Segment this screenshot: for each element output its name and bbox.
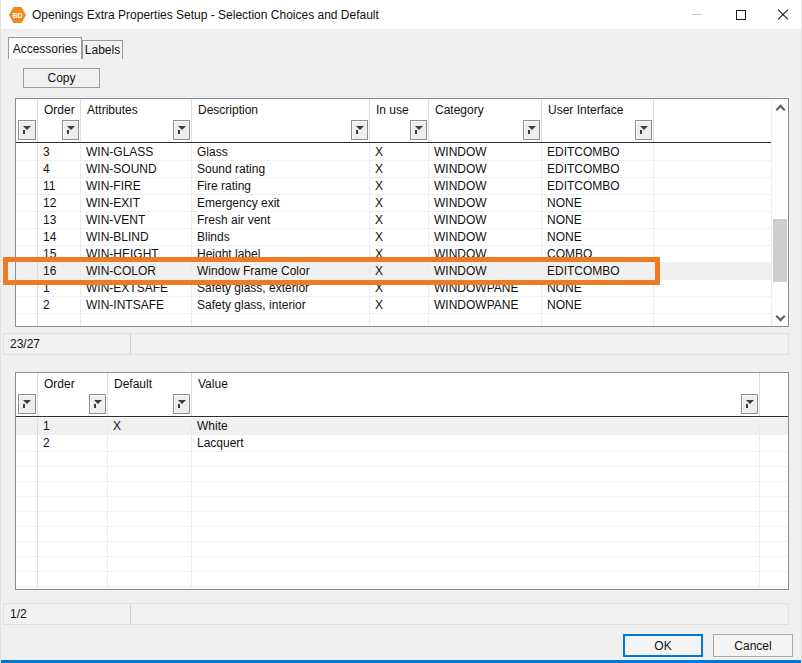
record-count: 1/2 [10, 607, 27, 621]
column-header-order: Order [38, 373, 108, 416]
grid-cell-filler [760, 418, 788, 435]
grid-cell: WINDOW [429, 195, 542, 212]
grid-cell: X [370, 246, 429, 263]
column-header-in-use: In use [370, 99, 429, 142]
grid-row[interactable]: 2WIN-INTSAFESafety glass, interiorXWINDO… [16, 297, 771, 314]
filter-button-description[interactable] [351, 120, 368, 140]
grid-cell-filler [760, 512, 788, 527]
grid-cell: 13 [38, 212, 81, 229]
window-title: Openings Extra Properties Setup - Select… [32, 8, 379, 22]
filter-funnel-icon [356, 126, 364, 134]
grid-cell [38, 557, 108, 572]
filter-funnel-icon [415, 126, 423, 134]
scrollbar-thumb[interactable] [773, 219, 787, 282]
grid-row[interactable]: 13WIN-VENTFresh air ventXWINDOWNONE [16, 212, 771, 229]
grid-cell [16, 246, 38, 263]
filter-button-category[interactable] [523, 120, 540, 140]
chevron-down-icon [775, 312, 785, 322]
filter-funnel-icon [746, 400, 754, 408]
grid-row[interactable]: 4WIN-SOUNDSound ratingXWINDOWEDITCOMBO [16, 161, 771, 178]
grid-cell: 15 [38, 246, 81, 263]
grid-cell: Fire rating [192, 178, 370, 195]
grid-cell: 16 [38, 263, 81, 280]
grid-header: OrderAttributesDescriptionIn useCategory… [16, 99, 771, 143]
grid-cell [38, 452, 108, 467]
grid-row[interactable]: 12WIN-EXITEmergency exitXWINDOWNONE [16, 195, 771, 212]
grid-cell: WINDOW [429, 178, 542, 195]
cancel-button[interactable]: Cancel [713, 634, 793, 657]
grid-row[interactable]: 2Lacquert [16, 435, 788, 452]
grid-cell [542, 314, 654, 326]
copy-button[interactable]: Copy [23, 68, 100, 88]
grid-cell [16, 497, 38, 512]
accessories-grid-status-bar: 23/27 [3, 333, 789, 355]
scroll-up-button[interactable] [772, 99, 788, 116]
grid-cell: WIN-EXTSAFE [81, 280, 192, 297]
filter-button-user-interface[interactable] [635, 120, 652, 140]
filter-button-selector[interactable] [18, 394, 36, 414]
tab-accessories[interactable]: Accessories [8, 37, 82, 59]
grid-cell [81, 314, 192, 326]
grid-cell: X [370, 280, 429, 297]
grid-row[interactable]: 14WIN-BLINDBlindsXWINDOWNONE [16, 229, 771, 246]
grid-row[interactable]: 1XWhite [16, 418, 788, 435]
app-icon-label: BD [12, 12, 22, 19]
tab-labels[interactable]: Labels [82, 40, 123, 59]
values-grid[interactable]: OrderDefaultValue1XWhite2Lacquert [15, 372, 789, 590]
filter-button-default[interactable] [173, 394, 190, 414]
grid-cell-filler [760, 452, 788, 467]
filter-button-order[interactable] [89, 394, 106, 414]
status-divider [130, 334, 131, 354]
filter-button-attributes[interactable] [173, 120, 190, 140]
ok-button[interactable]: OK [623, 634, 703, 657]
column-label: User Interface [548, 103, 623, 117]
grid-cell: WIN-BLIND [81, 229, 192, 246]
grid-cell: WINDOWPANE [429, 280, 542, 297]
close-button[interactable] [767, 0, 799, 29]
grid-cell: EDITCOMBO [542, 161, 654, 178]
filter-button-in-use[interactable] [410, 120, 427, 140]
grid-cell: EDITCOMBO [542, 144, 654, 161]
grid-row[interactable]: 15WIN-HEIGHTHeight labelXWINDOWCOMBO [16, 246, 771, 263]
funnel-stem [94, 404, 96, 408]
column-header-default: Default [108, 373, 192, 416]
dialog-window: BD Openings Extra Properties Setup - Sel… [0, 0, 802, 663]
values-grid-status-bar: 1/2 [3, 603, 789, 625]
grid-cell: Safety glass, exterior [192, 280, 370, 297]
grid-cell-filler [654, 144, 771, 161]
column-header-filler [654, 99, 771, 142]
grid-empty-row [16, 497, 788, 512]
filter-button-order[interactable] [62, 120, 79, 140]
grid-row[interactable]: 3WIN-GLASSGlassXWINDOWEDITCOMBO [16, 144, 771, 161]
maximize-button[interactable] [725, 0, 757, 29]
grid-row[interactable]: 11WIN-FIREFire ratingXWINDOWEDITCOMBO [16, 178, 771, 195]
grid-cell: Blinds [192, 229, 370, 246]
grid-cell: WINDOW [429, 212, 542, 229]
grid-cell [16, 467, 38, 482]
grid-cell [16, 195, 38, 212]
grid-cell: X [370, 263, 429, 280]
filter-button-value[interactable] [741, 394, 758, 414]
grid-cell [192, 497, 760, 512]
grid-cell-filler [654, 229, 771, 246]
minimize-icon [692, 14, 702, 15]
accessories-grid[interactable]: OrderAttributesDescriptionIn useCategory… [15, 98, 789, 327]
grid-cell: X [370, 195, 429, 212]
grid-cell: EDITCOMBO [542, 178, 654, 195]
scroll-down-button[interactable] [772, 309, 788, 326]
grid-cell: X [370, 229, 429, 246]
column-header-filler [760, 373, 788, 416]
vertical-scrollbar[interactable] [771, 99, 788, 326]
grid-cell [192, 452, 760, 467]
grid-cell: X [370, 144, 429, 161]
grid-cell [16, 178, 38, 195]
grid-cell [38, 467, 108, 482]
grid-row[interactable]: 1WIN-EXTSAFESafety glass, exteriorXWINDO… [16, 280, 771, 297]
grid-cell-filler [654, 212, 771, 229]
filter-button-selector[interactable] [18, 120, 36, 140]
grid-row[interactable]: 16WIN-COLORWindow Frame ColorXWINDOWEDIT… [16, 263, 771, 280]
grid-cell: X [370, 212, 429, 229]
grid-cell-filler [654, 161, 771, 178]
grid-cell: 3 [38, 144, 81, 161]
ok-button-label: OK [654, 639, 671, 653]
